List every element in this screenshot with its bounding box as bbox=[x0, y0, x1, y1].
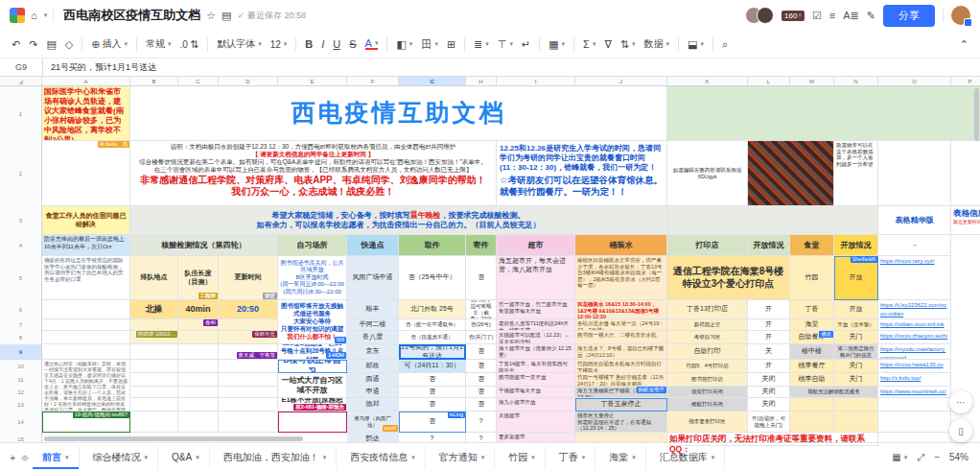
tasks-icon[interactable]: ☑ bbox=[812, 10, 822, 22]
cell-water[interactable]: 各站点送水慢 每天第一次（24号19：42，7号楼） bbox=[575, 319, 667, 331]
home-icon[interactable]: ⌂ bbox=[31, 10, 37, 21]
cell-pickup[interactable]: 否 bbox=[399, 387, 466, 398]
cell-n14[interactable] bbox=[834, 412, 878, 433]
cell-queue-length[interactable]: 40min bbox=[178, 300, 219, 319]
share-button[interactable]: 分享 bbox=[883, 5, 935, 27]
cell-market[interactable]: 海十超市开放（货量很少 12.25更） bbox=[497, 344, 575, 360]
tab-preface[interactable]: 前言▾ bbox=[33, 446, 80, 469]
cell-send[interactable]: ？ bbox=[466, 412, 497, 433]
row-header-7[interactable]: 7 bbox=[0, 319, 42, 331]
header-nucleic[interactable]: 核酸检测情况（第四轮） bbox=[130, 235, 278, 256]
cell-a8[interactable] bbox=[42, 331, 130, 344]
tab-dingxiang[interactable]: 丁香▾ bbox=[549, 446, 596, 469]
font-size-select[interactable]: 12▾ bbox=[270, 39, 288, 50]
v-align-button[interactable]: ⊤▾ bbox=[498, 38, 513, 51]
number-format-button[interactable]: 常规▾ bbox=[146, 37, 172, 51]
tab-zhuyuan[interactable]: 竹园▾ bbox=[499, 446, 546, 469]
cell-d8[interactable]: 保研不北 bbox=[219, 331, 278, 344]
cell-canteen[interactable]: 自助餐厅修改 bbox=[790, 331, 834, 344]
sum-button[interactable]: Σ▾ bbox=[583, 38, 595, 50]
formula-input[interactable]: 21号买的，预计1月1号送达 bbox=[43, 61, 164, 74]
cell-sheet-title[interactable]: 西电疫情互助文档 bbox=[130, 86, 667, 141]
tab-haitang[interactable]: 海棠▾ bbox=[599, 446, 646, 469]
col-header-j[interactable]: J bbox=[575, 77, 667, 85]
covid-link[interactable]: http://x.kxfu.top/ bbox=[880, 375, 921, 381]
cell-canteen-status[interactable]: 第二张图是除台账外门的信息 bbox=[834, 344, 878, 360]
header-canteen-status[interactable]: 开放情况 bbox=[834, 235, 878, 256]
cell-water[interactable]: 竹园一号楼楼下 换好空桶去拿（12月24日17：20）自助每天都有 bbox=[575, 373, 667, 387]
row-header-14[interactable]: 14 bbox=[0, 412, 42, 433]
header-pickup[interactable]: 取件 bbox=[399, 235, 466, 256]
cell-print-status[interactable]: 开 bbox=[748, 331, 790, 344]
cell-essence-link[interactable]: 表格精华版 bbox=[878, 206, 951, 235]
cell-c8[interactable] bbox=[178, 331, 219, 344]
cell-d7[interactable] bbox=[219, 319, 278, 331]
sheet-list-button[interactable]: ⌯ bbox=[21, 452, 29, 463]
cell-market[interactable]: 海五超市开，每天会进货，海八超市开放 bbox=[497, 256, 575, 300]
cell-express[interactable]: 德邦 bbox=[347, 398, 399, 412]
row-header-6[interactable]: 6 bbox=[0, 300, 42, 319]
cell-print-shop[interactable]: 自助打印 bbox=[667, 344, 748, 360]
col-header-b[interactable]: B bbox=[130, 77, 178, 85]
cell-queue-place[interactable]: 北操 bbox=[130, 300, 178, 319]
cell-length-header[interactable]: 队伍长度（目测）工程师 bbox=[178, 256, 219, 300]
cell-canteen[interactable]: 竹园 bbox=[790, 256, 834, 300]
borders-button[interactable]: 田▾ bbox=[421, 37, 438, 52]
more-actions-fab[interactable]: ⋯ bbox=[949, 390, 972, 413]
cell-market[interactable]: 图书馆超市一直开放 bbox=[497, 373, 575, 387]
cell-send[interactable]: 否 bbox=[466, 387, 497, 398]
cell-water[interactable]: 图书馆一楼大厅、二楼有直饮水机 bbox=[575, 331, 667, 344]
tab-official-notice[interactable]: 官方通知▾ bbox=[430, 446, 496, 469]
cell-o14[interactable] bbox=[878, 412, 951, 433]
menu-icon[interactable]: ≡ bbox=[829, 10, 835, 21]
cell-water[interactable]: 竹园西区自助售水机每天分时段自行下楼取水 bbox=[575, 360, 667, 373]
cell-pickup[interactable]: 否 bbox=[399, 398, 466, 412]
filter-button[interactable]: ∇ bbox=[604, 38, 611, 51]
cell-essence2[interactable]: 表格信息精华版最近更新时间：2021.12 bbox=[951, 206, 980, 235]
col-header-k[interactable]: K bbox=[667, 77, 748, 85]
col-header-c[interactable]: C bbox=[178, 77, 219, 85]
wrap-text-button[interactable]: ↵ bbox=[522, 38, 530, 51]
cell-express-zto[interactable]: 风雨广场中通 bbox=[347, 256, 399, 300]
covid-link[interactable]: https://xidian-xcov.tml.ink bbox=[880, 321, 945, 327]
tab-cheer[interactable]: 西电加油，西安加油！▾ bbox=[214, 446, 338, 469]
cell-send[interactable]: 否 bbox=[466, 398, 497, 412]
row-header-5[interactable]: 5 bbox=[0, 256, 42, 300]
cell-canteen-status[interactable]: 开放（没米饭） bbox=[834, 319, 878, 331]
cell-print-status[interactable]: 关闭 bbox=[748, 373, 790, 387]
cell-print-shop[interactable]: 概航打印关闭 bbox=[667, 398, 748, 412]
user-avatar[interactable] bbox=[951, 6, 970, 25]
cell-a7[interactable] bbox=[42, 319, 130, 331]
col-header-m[interactable]: M bbox=[790, 77, 834, 85]
header-water[interactable]: 桶装水 bbox=[575, 235, 667, 256]
cell-d9[interactable]: 黄天威、守夜等 bbox=[219, 344, 278, 360]
cell-edit-contact[interactable]: 如需编辑左侧内容请联系微信XDUgyk bbox=[667, 141, 748, 206]
cell-pickup[interactable]: 可（24日11：30） bbox=[399, 360, 466, 373]
cell-water[interactable]: 海五送水 7、8号楼，需自己到楼下搬运（24日12:10） bbox=[575, 344, 667, 360]
cell-express-sf[interactable]: 顺丰 bbox=[347, 300, 399, 319]
cell-print-status[interactable]: 关闭 bbox=[748, 387, 790, 398]
cell-b13[interactable] bbox=[130, 398, 178, 412]
decimal-button[interactable]: .0⇅ bbox=[180, 38, 199, 51]
cell-d12[interactable] bbox=[219, 387, 278, 398]
cell-b7[interactable] bbox=[130, 319, 178, 331]
cell-canteen-status[interactable]: 开放 bbox=[834, 300, 878, 319]
cell-selected-g9[interactable]: 21号买的，预计1月1号送达 bbox=[399, 344, 466, 360]
header-print[interactable]: 打印店 bbox=[667, 235, 748, 256]
cell-study-hall[interactable]: 一站式大厅自习区域不开放 bbox=[278, 373, 347, 398]
col-header-f[interactable]: F bbox=[347, 77, 399, 85]
cell-a14[interactable]: 19-镜四-镜晚间-tsv867 bbox=[42, 412, 130, 433]
cell-b9[interactable] bbox=[130, 344, 178, 360]
header-market[interactable]: 超市 bbox=[497, 235, 575, 256]
cell-express[interactable]: 手阿二楼 bbox=[347, 319, 399, 331]
avatar[interactable] bbox=[757, 7, 774, 24]
cell-send[interactable]: 否(26号) bbox=[466, 319, 497, 331]
zoom-level[interactable]: 54% bbox=[949, 452, 968, 462]
collapse-toolbar-button[interactable]: ⌃ bbox=[960, 38, 968, 51]
redo-button[interactable]: ↷ bbox=[29, 38, 37, 51]
header-canteen[interactable]: 食堂 bbox=[790, 235, 834, 256]
cell-send[interactable]: 否 bbox=[466, 360, 497, 373]
horizontal-scrollbar[interactable] bbox=[44, 436, 303, 441]
cell-water[interactable]: 桃李区玉泉停止 百花听说现在不进了，在等通知（12.23 14：25） bbox=[575, 412, 667, 433]
cell-water[interactable]: 百花桶装水 16&15 13:30-14:00，1&2号楼 9&10&12&13… bbox=[575, 300, 667, 319]
